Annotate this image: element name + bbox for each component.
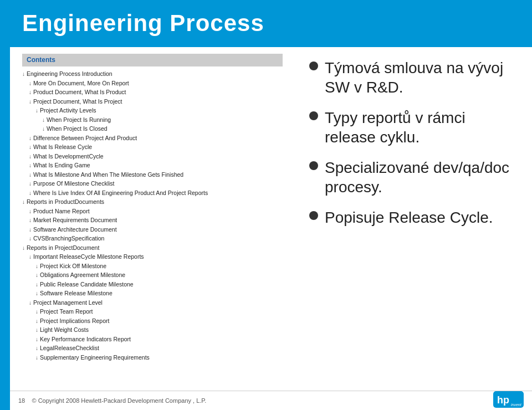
toc-list: ↓Engineering Process Introduction↓More O… [22, 70, 287, 362]
bullet-text: Týmová smlouva na vývoj SW v R&D. [325, 58, 517, 97]
toc-arrow-icon: ↓ [29, 299, 32, 308]
svg-text:hp: hp [497, 394, 509, 406]
bullet-dot-icon [309, 111, 318, 120]
toc-item: ↓Project Implications Report [22, 317, 287, 326]
toc-item-text: Market Requirements Document [33, 216, 117, 224]
bullet-item: Specializované dev/qa/doc procesy. [309, 158, 517, 197]
toc-arrow-icon: ↓ [29, 253, 32, 262]
toc-item: ↓Key Performance Indicators Report [22, 335, 287, 344]
toc-item: ↓More On Document, More On Report [22, 79, 287, 88]
toc-item: ↓Reports in ProjectDocument [22, 244, 287, 253]
toc-item-text: What Is Release Cycle [33, 143, 92, 151]
toc-arrow-icon: ↓ [29, 162, 32, 170]
toc-item-text: What Is Milestone And When The Milestone… [33, 171, 183, 179]
toc-arrow-icon: ↓ [35, 281, 38, 289]
toc-item-text: Software Release Milestone [40, 289, 112, 298]
bullet-text: Typy reportů v rámci release cyklu. [325, 108, 517, 147]
footer-text: 18 © Copyright 2008 Hewlett-Packard Deve… [18, 397, 206, 404]
toc-item-text: CVSBranchingSpecification [33, 234, 104, 243]
toc-item: ↓Important ReleaseCycle Milestone Report… [22, 253, 287, 262]
toc-arrow-icon: ↓ [22, 198, 25, 207]
bullet-item: Popisuje Release Cycle. [309, 208, 517, 227]
toc-item-text: What Is Ending Game [33, 161, 90, 170]
toc-item-text: Project Activity Levels [40, 106, 96, 115]
toc-item-text: What Is DevelopmentCycle [33, 152, 104, 161]
toc-item-text: Purpose Of Milestone Checklist [33, 180, 114, 188]
toc-arrow-icon: ↓ [29, 89, 32, 97]
toc-item: ↓What Is Ending Game [22, 161, 287, 170]
toc-arrow-icon: ↓ [29, 226, 32, 234]
toc-item: ↓Project Management Level [22, 299, 287, 308]
toc-arrow-icon: ↓ [29, 217, 32, 225]
toc-item-text: When Project Is Closed [47, 125, 108, 133]
toc-item-text: Project Kick Off Milestone [40, 262, 106, 270]
toc-arrow-icon: ↓ [35, 336, 38, 344]
copyright-text: © Copyright 2008 Hewlett-Packard Develop… [32, 397, 206, 404]
toc-arrow-icon: ↓ [35, 345, 38, 353]
toc-arrow-icon: ↓ [29, 144, 32, 152]
toc-item-text: Where Is Live Index Of All Engineering P… [33, 189, 208, 197]
toc-item: ↓LegalReleaseChecklist [22, 344, 287, 353]
toc-item: ↓CVSBranchingSpecification [22, 234, 287, 243]
bullet-points: Týmová smlouva na vývoj SW v R&D.Typy re… [293, 47, 531, 391]
toc-item-text: Supplementary Engineering Requirements [40, 353, 150, 362]
toc-item-text: More On Document, More On Report [33, 79, 129, 88]
toc-item-text: Reports in ProductDocuments [27, 198, 104, 206]
hp-logo: hp invent [493, 391, 524, 410]
toc-item: ↓What Is DevelopmentCycle [22, 152, 287, 161]
toc-item-text: Public Release Candidate Milestone [40, 280, 134, 289]
table-of-contents: Contents ↓Engineering Process Introducti… [10, 47, 293, 391]
svg-text:invent: invent [511, 403, 522, 407]
toc-arrow-icon: ↓ [29, 98, 32, 106]
toc-item: ↓Project Document, What Is Project [22, 98, 287, 106]
toc-item-text: Key Performance Indicators Report [40, 335, 131, 344]
toc-item-text: When Project Is Running [47, 116, 111, 124]
toc-item-text: Software Architecture Document [33, 226, 117, 234]
toc-item: ↓Reports in ProductDocuments [22, 198, 287, 207]
toc-arrow-icon: ↓ [35, 354, 38, 362]
toc-item: ↓Obligations Agreement Milestone [22, 271, 287, 280]
toc-item: ↓Supplementary Engineering Requirements [22, 353, 287, 362]
toc-item: ↓Light Weight Costs [22, 326, 287, 335]
toc-item-text: LegalReleaseChecklist [40, 344, 99, 352]
bullet-text: Specializované dev/qa/doc procesy. [325, 158, 517, 197]
bullet-dot-icon [309, 62, 318, 70]
toc-item: ↓Purpose Of Milestone Checklist [22, 180, 287, 188]
left-bar [0, 0, 10, 410]
bullet-item: Typy reportů v rámci release cyklu. [309, 108, 517, 147]
toc-item-text: Project Document, What Is Project [33, 98, 122, 106]
toc-item-text: Engineering Process Introduction [27, 70, 112, 78]
toc-arrow-icon: ↓ [29, 180, 32, 188]
toc-item: ↓Project Kick Off Milestone [22, 262, 287, 271]
bullet-text: Popisuje Release Cycle. [325, 208, 493, 227]
toc-arrow-icon: ↓ [29, 153, 32, 161]
toc-arrow-icon: ↓ [35, 317, 38, 326]
toc-arrow-icon: ↓ [29, 208, 32, 216]
toc-arrow-icon: ↓ [22, 244, 25, 253]
toc-arrow-icon: ↓ [29, 171, 32, 180]
toc-arrow-icon: ↓ [29, 189, 32, 198]
contents-header: Contents [22, 54, 283, 66]
toc-item-text: Difference Between Project And Product [33, 134, 137, 142]
toc-item: ↓Where Is Live Index Of All Engineering … [22, 189, 287, 198]
toc-item: ↓Software Release Milestone [22, 289, 287, 298]
toc-item-text: Project Implications Report [40, 317, 109, 325]
toc-item-text: Project Team Report [40, 308, 93, 316]
toc-arrow-icon: ↓ [29, 235, 32, 243]
toc-arrow-icon: ↓ [29, 135, 32, 143]
toc-arrow-icon: ↓ [35, 263, 38, 271]
toc-item-text: Product Name Report [33, 207, 90, 216]
bullet-dot-icon [309, 161, 318, 170]
toc-item-text: Light Weight Costs [40, 326, 89, 334]
page-title: Engineering Process [22, 10, 264, 37]
footer: 18 © Copyright 2008 Hewlett-Packard Deve… [10, 391, 532, 410]
toc-item-text: Reports in ProjectDocument [27, 244, 99, 252]
toc-arrow-icon: ↓ [42, 125, 45, 134]
toc-item: ↓When Project Is Running [22, 116, 287, 125]
toc-arrow-icon: ↓ [35, 271, 38, 280]
main-content: Contents ↓Engineering Process Introducti… [10, 47, 532, 391]
toc-arrow-icon: ↓ [42, 116, 45, 125]
toc-item: ↓What Is Release Cycle [22, 143, 287, 152]
toc-item: ↓Difference Between Project And Product [22, 134, 287, 143]
toc-item: ↓Product Name Report [22, 207, 287, 216]
